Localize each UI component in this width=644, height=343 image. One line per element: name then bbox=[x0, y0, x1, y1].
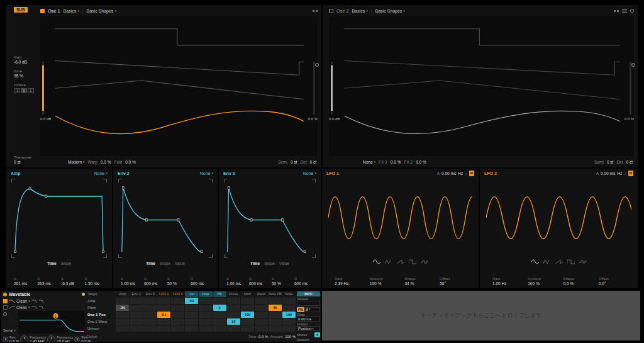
matrix-target-pitch[interactable]: Pitch bbox=[86, 305, 115, 311]
lfo-shape-sine-icon[interactable] bbox=[373, 259, 380, 264]
highpass-filter-icon[interactable] bbox=[9, 305, 15, 310]
voices-value[interactable]: 4 bbox=[314, 332, 320, 337]
lfo-param[interactable]: Offset0.0° bbox=[599, 277, 634, 286]
unison-mode-dropdown[interactable]: Position▾ bbox=[297, 326, 320, 331]
device-activator-toggle[interactable] bbox=[3, 293, 7, 296]
matrix-cell[interactable] bbox=[130, 312, 143, 318]
sub-gain-value[interactable]: -6.0 dB bbox=[14, 60, 40, 64]
sub-tone-value[interactable]: 98 % bbox=[14, 74, 40, 78]
lfo1-retrigger-button[interactable]: R bbox=[469, 171, 474, 176]
matrix-cell[interactable] bbox=[213, 325, 226, 332]
matrix-source-header[interactable]: Note bbox=[199, 291, 212, 297]
osc1-fold-value[interactable]: 0.0 % bbox=[125, 160, 136, 164]
osc1-enable-toggle[interactable] bbox=[40, 9, 45, 13]
matrix-cell[interactable] bbox=[171, 305, 184, 311]
matrix-source-header[interactable]: PB bbox=[213, 291, 226, 297]
lfo1-hz-mode-button[interactable]: Hz bbox=[458, 171, 463, 176]
matrix-cell[interactable] bbox=[227, 325, 240, 332]
lfo2-waveform[interactable] bbox=[486, 180, 631, 256]
matrix-cell[interactable] bbox=[157, 298, 170, 304]
lfo-param[interactable]: Amount100 % bbox=[370, 277, 405, 286]
matrix-source-header[interactable]: Mod bbox=[241, 291, 254, 297]
matrix-cell[interactable] bbox=[241, 305, 254, 311]
mpe-tab[interactable]: MPE bbox=[297, 291, 320, 296]
matrix-cell[interactable] bbox=[143, 325, 157, 332]
osc1-position-value[interactable]: 0.0 % bbox=[308, 117, 318, 121]
env-param[interactable]: D600 ms bbox=[249, 277, 272, 286]
matrix-cell[interactable] bbox=[213, 312, 226, 318]
tab-time[interactable]: Time bbox=[47, 261, 57, 266]
matrix-target-amp[interactable]: Amp bbox=[86, 298, 115, 304]
osc1-position-handle[interactable] bbox=[315, 63, 319, 67]
matrix-cell[interactable]: 50 bbox=[185, 298, 198, 304]
amp-env-loop-dropdown[interactable]: None▾ bbox=[94, 171, 108, 176]
volume-slider[interactable]: -8.0 dB bbox=[297, 301, 320, 306]
tab-slope[interactable]: Slope bbox=[160, 261, 170, 266]
tab-value[interactable]: Value bbox=[175, 261, 185, 266]
filter2-frequency-knob[interactable] bbox=[47, 335, 55, 342]
matrix-cell[interactable] bbox=[199, 305, 212, 311]
pitch-bend-range[interactable]: 8▾ bbox=[305, 307, 320, 312]
matrix-source-header[interactable]: LFO 2 bbox=[171, 291, 184, 297]
lfo-param[interactable]: Rate1.00 Hz bbox=[492, 277, 528, 286]
pitch-bend-toggle[interactable]: PB bbox=[297, 307, 304, 312]
matrix-cell[interactable] bbox=[143, 318, 157, 325]
matrix-cell[interactable] bbox=[130, 325, 143, 332]
matrix-cell[interactable] bbox=[185, 312, 198, 318]
matrix-cell[interactable] bbox=[199, 312, 212, 318]
filter1-enable-checkbox[interactable] bbox=[3, 299, 8, 303]
matrix-cell[interactable] bbox=[213, 298, 226, 304]
lfo1-attack-value[interactable]: 0.00 ms bbox=[441, 171, 456, 176]
lfo-param[interactable]: Shape34 % bbox=[405, 277, 440, 286]
lfo-shape-square-icon[interactable] bbox=[409, 259, 416, 264]
matrix-cell[interactable]: 45 bbox=[269, 305, 282, 311]
osc2-view-options-icon[interactable] bbox=[614, 10, 619, 12]
matrix-cell[interactable] bbox=[199, 318, 212, 325]
note-sync-icon[interactable]: ♪ bbox=[465, 171, 467, 176]
matrix-cell[interactable]: -24 bbox=[116, 305, 129, 311]
env-param[interactable]: S-6.3 dB bbox=[61, 277, 85, 286]
matrix-cell[interactable] bbox=[282, 298, 296, 304]
osc1-wavetable-display[interactable]: 0.0 dB 0.0 % bbox=[40, 16, 318, 156]
matrix-cell[interactable] bbox=[255, 298, 268, 304]
filter2-frequency-control[interactable]: Frequency20.0 Hz bbox=[47, 335, 73, 342]
env2-display[interactable] bbox=[118, 179, 213, 258]
filter1-circuit-dropdown[interactable]: Clean▾ bbox=[16, 299, 30, 303]
env-param[interactable]: S50 % bbox=[167, 277, 191, 286]
env-param[interactable]: S50 % bbox=[272, 277, 294, 286]
matrix-cell[interactable] bbox=[269, 298, 282, 304]
matrix-cell[interactable] bbox=[157, 325, 170, 332]
env-param[interactable]: A261 ms bbox=[14, 277, 38, 286]
osc2-position-slider[interactable] bbox=[630, 62, 631, 115]
matrix-target-osc-1-warp[interactable]: Osc 1 Warp bbox=[86, 318, 115, 325]
matrix-cell[interactable] bbox=[157, 318, 170, 325]
hot-swap-icon[interactable] bbox=[82, 293, 85, 296]
filter-response-display[interactable]: 1 bbox=[18, 311, 85, 334]
octave-zero-button[interactable]: 0 bbox=[21, 88, 27, 93]
env-param[interactable]: D600 ms bbox=[144, 277, 167, 286]
audio-effect-drop-zone[interactable]: オーディオエフェクトをここへドロップします bbox=[322, 291, 640, 340]
osc2-position-value[interactable]: 0.0 % bbox=[625, 117, 634, 121]
sub-tab[interactable]: SUB bbox=[14, 7, 28, 13]
matrix-cell[interactable] bbox=[213, 318, 226, 325]
lfo-shape-triangle-icon[interactable] bbox=[385, 259, 392, 264]
osc1-view-options-icon[interactable] bbox=[313, 10, 318, 12]
filter2-res-knob[interactable] bbox=[74, 337, 80, 342]
global-amount-value[interactable]: 100 % bbox=[285, 335, 296, 339]
matrix-cell[interactable]: 100 bbox=[241, 312, 254, 318]
matrix-cell[interactable] bbox=[130, 305, 143, 311]
matrix-cell[interactable] bbox=[241, 318, 254, 325]
slope-24db-icon[interactable] bbox=[39, 299, 45, 303]
osc2-position-handle[interactable] bbox=[631, 63, 635, 67]
lfo-shape-triangle-icon[interactable] bbox=[543, 259, 551, 264]
tab-slope[interactable]: Slope bbox=[264, 261, 275, 266]
matrix-cell[interactable] bbox=[227, 305, 240, 311]
osc2-category-dropdown[interactable]: Basics▾ bbox=[352, 9, 368, 13]
env-param[interactable]: D263 ms bbox=[38, 277, 62, 286]
matrix-source-header[interactable]: LFO 1 bbox=[157, 291, 170, 297]
matrix-cell[interactable] bbox=[255, 325, 268, 332]
matrix-source-header[interactable]: Env 3 bbox=[143, 291, 157, 297]
lfo-shape-sine-icon[interactable] bbox=[531, 259, 539, 264]
env-param[interactable]: A1.00 ms bbox=[226, 277, 249, 286]
matrix-source-header[interactable]: Slide bbox=[282, 291, 296, 297]
